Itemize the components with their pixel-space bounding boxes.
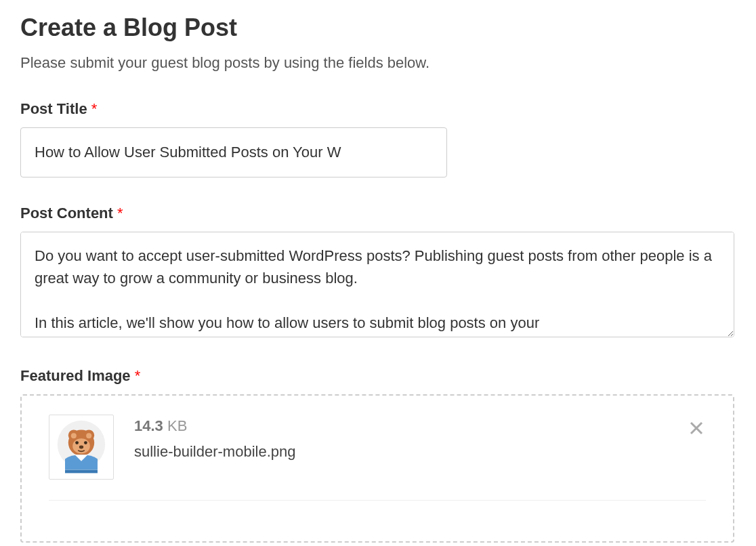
required-mark: *	[91, 100, 98, 117]
form-container: Create a Blog Post Please submit your gu…	[0, 0, 756, 546]
featured-image-label: Featured Image *	[20, 367, 736, 385]
post-title-label: Post Title *	[20, 100, 736, 118]
file-thumbnail	[49, 415, 114, 480]
file-size-unit: KB	[167, 417, 187, 434]
post-content-field: Post Content *	[20, 205, 736, 340]
form-title: Create a Blog Post	[20, 14, 736, 42]
post-content-label: Post Content *	[20, 205, 736, 222]
svg-point-4	[71, 433, 77, 438]
post-title-input[interactable]	[20, 127, 447, 177]
form-description: Please submit your guest blog posts by u…	[20, 54, 736, 72]
upload-dropzone[interactable]: 14.3 KB sullie-builder-mobile.png	[20, 394, 734, 543]
post-title-field: Post Title *	[20, 100, 736, 177]
file-size-value: 14.3	[134, 417, 163, 434]
close-icon	[688, 420, 705, 436]
avatar-icon	[54, 420, 108, 474]
post-content-textarea[interactable]	[20, 232, 734, 337]
svg-point-9	[79, 446, 83, 449]
file-size: 14.3 KB	[134, 417, 706, 435]
post-title-label-text: Post Title	[20, 100, 87, 117]
required-mark: *	[135, 367, 141, 384]
svg-point-5	[86, 433, 91, 438]
svg-point-8	[84, 441, 87, 444]
svg-point-7	[75, 441, 79, 444]
featured-image-label-text: Featured Image	[20, 367, 131, 384]
uploaded-file-item: 14.3 KB sullie-builder-mobile.png	[49, 415, 706, 501]
svg-rect-10	[65, 470, 98, 474]
post-content-label-text: Post Content	[20, 205, 113, 222]
file-meta: 14.3 KB sullie-builder-mobile.png	[134, 415, 706, 461]
featured-image-field: Featured Image *	[20, 367, 736, 543]
required-mark: *	[117, 205, 123, 222]
remove-file-button[interactable]	[687, 419, 706, 438]
file-name: sullie-builder-mobile.png	[134, 443, 706, 461]
